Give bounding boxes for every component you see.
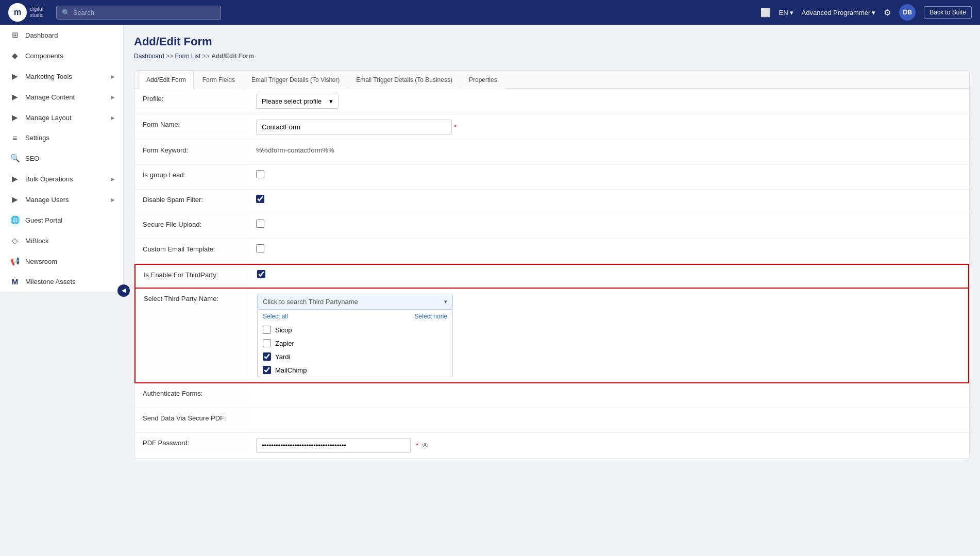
sidebar-item-guest-portal[interactable]: 🌐 Guest Portal (0, 210, 123, 230)
dropdown-search-input[interactable]: Click to search Third Partyname ▾ (257, 294, 453, 310)
dropdown-panel: Select all Select none Sicop Zapier (257, 310, 453, 377)
secure-file-label: Secure File Upload: (134, 214, 248, 234)
bulk-operations-icon: ▶ (10, 174, 20, 183)
mailchimp-label: MailChimp (275, 366, 307, 374)
newsroom-icon: 📢 (10, 257, 20, 266)
custom-email-checkbox[interactable] (256, 244, 264, 252)
is-group-lead-field (248, 165, 969, 183)
secure-file-checkbox[interactable] (256, 220, 264, 228)
send-data-label: Send Data Via Secure PDF: (134, 408, 248, 428)
guest-portal-icon: 🌐 (10, 215, 20, 225)
sidebar-collapse-button[interactable]: ◀ (117, 284, 130, 297)
is-enable-field (249, 265, 968, 283)
sidebar-item-manage-content[interactable]: ▶ Manage Content ▶ (0, 87, 123, 107)
authenticate-label: Authenticate Forms: (134, 383, 248, 403)
chevron-right-icon-4: ▶ (111, 176, 115, 182)
dropdown-option-yardi[interactable]: Yardi (258, 350, 452, 363)
custom-email-field (248, 239, 969, 258)
is-enable-checkbox[interactable] (257, 270, 265, 278)
profile-select-placeholder: Please select profile (262, 97, 322, 105)
disable-spam-label: Disable Spam Filter: (134, 190, 248, 210)
sidebar-item-milestone-assets[interactable]: M Milestone Assets (0, 272, 123, 292)
dropdown-option-sicop[interactable]: Sicop (258, 323, 452, 336)
send-data-field (248, 408, 969, 418)
sicop-checkbox[interactable] (263, 326, 271, 334)
tab-properties[interactable]: Properties (461, 71, 505, 89)
manage-content-icon: ▶ (10, 92, 20, 102)
tab-email-trigger-business[interactable]: Email Trigger Details (To Business) (348, 71, 460, 89)
breadcrumb-home-link[interactable]: Dashboard (134, 53, 164, 60)
form-keyword-label: Form Keyword: (134, 140, 248, 160)
content-area: Add/Edit Form Dashboard >> Form List >> … (124, 25, 980, 556)
is-group-lead-label: Is group Lead: (134, 165, 248, 185)
disable-spam-field (248, 190, 969, 208)
dropdown-container: Click to search Third Partyname ▾ Select… (257, 294, 453, 377)
sidebar-item-bulk-operations[interactable]: ▶ Bulk Operations ▶ (0, 169, 123, 189)
page-title: Add/Edit Form (134, 35, 970, 48)
mailchimp-checkbox[interactable] (263, 366, 271, 374)
camera-icon[interactable]: ⬜ (761, 8, 771, 18)
sidebar-item-dashboard[interactable]: ⊞ Dashboard (0, 25, 123, 45)
send-data-row: Send Data Via Secure PDF: (134, 408, 969, 433)
components-icon: ◆ (10, 51, 20, 60)
avatar[interactable]: DB (899, 4, 916, 21)
zapier-checkbox[interactable] (263, 339, 271, 347)
tab-form-fields[interactable]: Form Fields (195, 71, 243, 89)
sidebar-item-manage-users[interactable]: ▶ Manage Users ▶ (0, 189, 123, 210)
sidebar-item-seo[interactable]: 🔍 SEO (0, 148, 123, 169)
settings-icon[interactable]: ⚙ (884, 8, 891, 18)
search-icon: 🔍 (62, 9, 70, 16)
form-card: Add/Edit Form Form Fields Email Trigger … (134, 70, 970, 459)
required-star: * (454, 123, 457, 131)
form-body: Profile: Please select profile ▾ Form Na… (134, 89, 969, 459)
dropdown-placeholder: Click to search Third Partyname (263, 298, 358, 306)
user-menu[interactable]: Advanced Programmer ▾ (802, 9, 876, 16)
logo[interactable]: m digitalstudio (8, 3, 44, 22)
breadcrumb: Dashboard >> Form List >> Add/Edit Form (134, 53, 970, 60)
sidebar-item-manage-layout[interactable]: ▶ Manage Layout ▶ (0, 107, 123, 128)
search-input[interactable] (73, 9, 215, 16)
yardi-checkbox[interactable] (263, 352, 271, 361)
chevron-right-icon-2: ▶ (111, 94, 115, 100)
milestone-assets-icon: M (10, 277, 20, 286)
toggle-password-icon[interactable]: 👁 (421, 441, 429, 450)
back-to-suite-button[interactable]: Back to Suite (924, 6, 972, 19)
dropdown-option-mailchimp[interactable]: MailChimp (258, 363, 452, 377)
sicop-label: Sicop (275, 326, 292, 334)
form-name-row: Form Name: * (134, 114, 969, 140)
dashboard-icon: ⊞ (10, 30, 20, 40)
is-group-lead-checkbox[interactable] (256, 170, 264, 178)
third-party-name-row: Select Third Party Name: Click to search… (134, 289, 969, 383)
profile-row: Profile: Please select profile ▾ (134, 89, 969, 114)
is-group-lead-row: Is group Lead: (134, 165, 969, 190)
select-none-button[interactable]: Select none (415, 313, 447, 320)
marketing-tools-icon: ▶ (10, 72, 20, 81)
disable-spam-checkbox[interactable] (256, 195, 264, 203)
breadcrumb-formlist-link[interactable]: Form List (175, 53, 200, 60)
pdf-password-input[interactable] (256, 438, 411, 453)
sidebar-item-marketing-tools[interactable]: ▶ Marketing Tools ▶ (0, 66, 123, 87)
authenticate-row: Authenticate Forms: (134, 383, 969, 408)
language-selector[interactable]: EN ▾ (779, 9, 793, 16)
third-party-name-field: Click to search Third Partyname ▾ Select… (249, 289, 968, 382)
search-bar[interactable]: 🔍 (56, 6, 221, 20)
tabs-bar: Add/Edit Form Form Fields Email Trigger … (134, 71, 969, 89)
tab-email-trigger-visitor[interactable]: Email Trigger Details (To Visitor) (244, 71, 347, 89)
password-row: * 👁 (256, 438, 429, 453)
logo-text: digitalstudio (30, 6, 44, 19)
top-navigation: m digitalstudio 🔍 ⬜ EN ▾ Advanced Progra… (0, 0, 980, 25)
chevron-right-icon-3: ▶ (111, 115, 115, 121)
sidebar-item-miblock[interactable]: ◇ MiBlock (0, 230, 123, 251)
tab-add-edit-form[interactable]: Add/Edit Form (139, 71, 194, 89)
dropdown-option-zapier[interactable]: Zapier (258, 336, 452, 350)
sidebar-item-components[interactable]: ◆ Components (0, 45, 123, 66)
form-name-input[interactable] (256, 120, 452, 134)
is-enable-label: Is Enable For ThirdParty: (136, 265, 249, 285)
profile-select[interactable]: Please select profile ▾ (256, 94, 339, 109)
topnav-icons: ⬜ EN ▾ Advanced Programmer ▾ ⚙ DB Back t… (761, 4, 972, 21)
select-all-button[interactable]: Select all (263, 313, 288, 320)
sidebar-item-settings[interactable]: ≡ Settings (0, 128, 123, 148)
form-keyword-value: %%dform-contactform%% (256, 145, 334, 155)
sidebar-item-newsroom[interactable]: 📢 Newsroom (0, 251, 123, 272)
form-keyword-field: %%dform-contactform%% (248, 140, 969, 160)
